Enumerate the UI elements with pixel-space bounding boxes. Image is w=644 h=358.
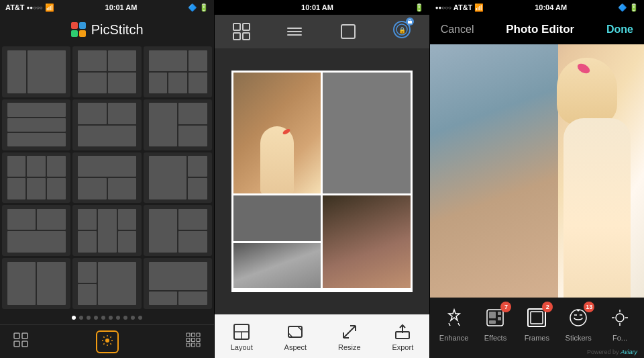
list-item[interactable] bbox=[2, 258, 70, 309]
cancel-button[interactable]: Cancel bbox=[441, 24, 474, 36]
stickers-tool[interactable]: 13 Stickers bbox=[560, 304, 597, 342]
list-item[interactable] bbox=[72, 205, 141, 256]
dot bbox=[101, 316, 105, 320]
export-button[interactable]: Export bbox=[392, 322, 413, 351]
export-label: Export bbox=[392, 343, 413, 351]
logo-cell-red bbox=[71, 22, 78, 29]
screen-editor: 10:01 AM 🔋 bbox=[215, 0, 429, 358]
frames-tool[interactable]: 2 Frames bbox=[519, 304, 555, 342]
collage-canvas[interactable] bbox=[231, 71, 413, 292]
stitch-icon[interactable] bbox=[186, 332, 201, 351]
list-item[interactable] bbox=[144, 205, 212, 256]
list-item[interactable] bbox=[144, 258, 212, 309]
svg-rect-7 bbox=[197, 333, 200, 337]
layout-grid[interactable] bbox=[0, 44, 214, 311]
status-left-1: AT&T ●●○○○ 📶 bbox=[5, 3, 54, 12]
logo-grid bbox=[71, 22, 86, 37]
battery-icon-1: 🔋 bbox=[199, 3, 209, 12]
list-item[interactable] bbox=[2, 46, 70, 97]
effects-badge: 7 bbox=[500, 302, 511, 312]
frames-label: Frames bbox=[525, 334, 549, 342]
svg-rect-33 bbox=[498, 312, 501, 315]
aspect-label: Aspect bbox=[284, 343, 307, 351]
carrier-label: AT&T bbox=[5, 3, 25, 11]
grid-view-icon[interactable] bbox=[13, 332, 28, 351]
svg-rect-8 bbox=[186, 339, 190, 342]
pagination-dots bbox=[0, 311, 214, 324]
svg-rect-6 bbox=[192, 333, 195, 337]
svg-text:🔒: 🔒 bbox=[398, 26, 406, 34]
artsy-brand: Aviary bbox=[621, 349, 637, 355]
editor-toolbar: 🔒 bbox=[215, 15, 429, 48]
svg-rect-34 bbox=[498, 317, 501, 320]
frames-badge: 2 bbox=[542, 302, 553, 312]
carrier-label-3: ●●○○○ AT&T 📶 bbox=[435, 3, 484, 12]
dot bbox=[116, 316, 120, 320]
list-item[interactable] bbox=[72, 99, 141, 150]
status-bar-3: ●●○○○ AT&T 📶 10:04 AM 🔷 🔋 bbox=[430, 0, 644, 15]
lock-badge bbox=[406, 17, 414, 26]
list-item[interactable] bbox=[2, 152, 70, 204]
svg-rect-11 bbox=[186, 343, 190, 347]
list-item[interactable] bbox=[72, 258, 141, 309]
list-item[interactable] bbox=[2, 205, 70, 256]
artsy-footer: Powered by Aviary bbox=[430, 346, 644, 358]
svg-rect-12 bbox=[192, 343, 195, 347]
photo-cell-baby[interactable] bbox=[233, 73, 321, 193]
list-item[interactable] bbox=[144, 46, 212, 97]
list-item[interactable] bbox=[144, 152, 212, 204]
svg-rect-9 bbox=[192, 339, 195, 342]
svg-rect-25 bbox=[408, 21, 412, 24]
list-item[interactable] bbox=[144, 99, 212, 150]
stickers-label: Stickers bbox=[566, 334, 592, 342]
dot bbox=[79, 316, 83, 320]
aspect-icon bbox=[286, 322, 305, 341]
grid-icon-button[interactable] bbox=[227, 17, 256, 46]
photo-cell-empty[interactable] bbox=[323, 73, 411, 193]
frame-icon-button[interactable] bbox=[334, 17, 362, 46]
tool-list: Enhance 7 Effects bbox=[430, 298, 644, 346]
photo-cell-bw[interactable] bbox=[233, 243, 321, 289]
focus-icon bbox=[609, 307, 631, 328]
done-button[interactable]: Done bbox=[606, 24, 633, 36]
list-item[interactable] bbox=[72, 46, 141, 97]
layout-button[interactable]: Layout bbox=[231, 322, 253, 351]
wifi-icon: 📶 bbox=[45, 3, 54, 12]
menu-icon-button[interactable] bbox=[280, 17, 309, 46]
layout-icon bbox=[232, 322, 251, 341]
bottom-bar: Layout Aspect Resize Export bbox=[215, 314, 429, 358]
svg-rect-16 bbox=[233, 33, 240, 40]
resize-label: Resize bbox=[338, 343, 361, 351]
status-icons-3: 🔷 🔋 bbox=[618, 3, 639, 12]
photo-cell-mom[interactable] bbox=[323, 195, 411, 288]
effects-tool[interactable]: 7 Effects bbox=[477, 304, 514, 342]
screen-picstitch: AT&T ●●○○○ 📶 10:01 AM 🔷 🔋 PicStitch bbox=[0, 0, 214, 358]
enhance-tool[interactable]: Enhance bbox=[435, 304, 472, 342]
dot bbox=[94, 316, 98, 320]
effects-icon-wrap: 7 bbox=[482, 304, 508, 331]
enhance-icon bbox=[443, 307, 465, 328]
svg-point-39 bbox=[616, 314, 624, 322]
stickers-icon-wrap: 13 bbox=[565, 304, 592, 331]
frames-icon-wrap: 2 bbox=[523, 304, 550, 331]
logo-cell-blue bbox=[79, 22, 86, 29]
list-item[interactable] bbox=[2, 99, 70, 150]
main-photo-image bbox=[430, 44, 644, 298]
nav-bar: Cancel Photo Editor Done bbox=[430, 15, 644, 44]
aspect-button[interactable]: Aspect bbox=[284, 322, 307, 351]
battery-icon-2: 🔋 bbox=[415, 3, 424, 12]
settings-active-button[interactable] bbox=[96, 330, 119, 353]
effects-label: Effects bbox=[484, 334, 506, 342]
photo-display[interactable] bbox=[430, 44, 644, 298]
editor-tools-bar: Enhance 7 Effects bbox=[430, 298, 644, 358]
list-item[interactable] bbox=[72, 152, 141, 204]
lock-icon-button[interactable]: 🔒 bbox=[387, 15, 417, 48]
dot-active bbox=[72, 316, 76, 320]
focus-icon-wrap bbox=[606, 304, 633, 331]
svg-rect-14 bbox=[233, 24, 240, 30]
focus-tool[interactable]: Fo... bbox=[602, 304, 639, 342]
resize-button[interactable]: Resize bbox=[338, 322, 361, 351]
canvas-area[interactable] bbox=[215, 48, 429, 314]
photo-cell-empty2[interactable] bbox=[233, 195, 321, 241]
app-title: PicStitch bbox=[91, 22, 144, 38]
